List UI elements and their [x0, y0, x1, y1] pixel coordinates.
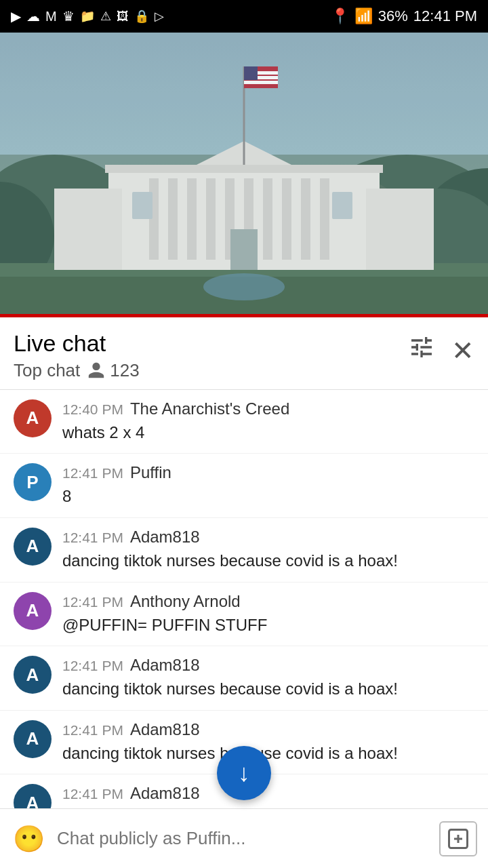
viewer-count-number: 123 [110, 360, 139, 381]
avatar: A [14, 720, 52, 758]
chat-username: Puffin [130, 463, 171, 482]
chat-time: 12:40 PM [62, 401, 123, 418]
livechat-subtitle: Top chat 123 [14, 360, 140, 381]
avatar: A [14, 528, 52, 566]
chat-item: A 12:41 PM Adam818 dancing tiktok nurses… [0, 518, 488, 583]
chat-username: Adam818 [130, 656, 200, 675]
mastodon-icon: M [45, 9, 57, 24]
avatar: A [14, 592, 52, 630]
youtube-icon: ▶ [11, 8, 21, 24]
viewer-count: 123 [87, 360, 139, 381]
chat-content: 12:41 PM Anthony Arnold @PUFFIN= PUFFIN … [62, 592, 474, 637]
header-actions: ✕ [408, 330, 474, 367]
chat-item: A 12:41 PM Anthony Arnold @PUFFIN= PUFFI… [0, 583, 488, 647]
chat-username: The Anarchist's Creed [130, 399, 289, 418]
time-display: 12:41 PM [413, 7, 477, 25]
video-player[interactable] [0, 33, 488, 317]
scroll-down-icon: ↓ [238, 759, 250, 787]
status-bar: ▶ ☁ M ♛ 📁 ⚠ 🖼 🔒 ▷ 📍 📶 36% 12:41 PM [0, 0, 488, 33]
chat-meta: 12:41 PM Adam818 [62, 720, 474, 739]
chat-meta: 12:41 PM Adam818 [62, 528, 474, 547]
status-icons-right: 📍 📶 36% 12:41 PM [331, 7, 477, 25]
image-icon: 🖼 [117, 9, 129, 24]
lock-icon: 🔒 [134, 9, 149, 24]
status-icons-left: ▶ ☁ M ♛ 📁 ⚠ 🖼 🔒 ▷ [11, 8, 164, 24]
filter-icon[interactable] [408, 334, 435, 367]
crown-icon: ♛ [62, 8, 75, 24]
person-icon [87, 361, 106, 380]
scroll-to-bottom-button[interactable]: ↓ [217, 746, 271, 800]
chat-text: dancing tiktok nurses because covid is a… [62, 549, 474, 572]
chat-text: 8 [62, 485, 474, 508]
avatar: A [14, 399, 52, 437]
chat-meta: 12:41 PM Adam818 [62, 656, 474, 675]
chat-time: 12:41 PM [62, 530, 123, 546]
chat-username: Adam818 [130, 528, 200, 547]
chat-meta: 12:40 PM The Anarchist's Creed [62, 399, 474, 418]
livechat-header: Live chat Top chat 123 ✕ [0, 317, 488, 390]
chat-text: dancing tiktok nurses because covid is a… [62, 677, 474, 701]
chat-input[interactable] [57, 828, 428, 849]
play-store-icon: ▷ [155, 9, 164, 24]
battery-text: 36% [378, 7, 408, 25]
chat-time: 12:41 PM [62, 594, 123, 610]
warning-icon: ⚠ [100, 9, 111, 24]
chat-meta: 12:41 PM Adam818 [62, 784, 474, 803]
video-scene [0, 33, 488, 317]
chat-username: Adam818 [130, 784, 200, 803]
cloud-icon: ☁ [26, 8, 40, 24]
chat-content: 12:41 PM Adam818 dancing tiktok nurses b… [62, 528, 474, 572]
chat-content: 12:40 PM The Anarchist's Creed whats 2 x… [62, 399, 474, 444]
avatar: P [14, 463, 52, 501]
chat-item: A 12:41 PM Adam818 dancing tiktok nurses… [0, 646, 488, 711]
chat-time: 12:41 PM [62, 465, 123, 481]
folder-icon: 📁 [80, 9, 95, 24]
chat-content: 12:41 PM Adam818 dancing tiktok nurses b… [62, 720, 474, 765]
chat-time: 12:41 PM [62, 786, 123, 802]
chat-input-bar: 😶 [0, 808, 488, 868]
chat-text: whats 2 x 4 [62, 421, 474, 444]
send-icon [446, 827, 470, 851]
chat-item: A 12:40 PM The Anarchist's Creed whats 2… [0, 390, 488, 454]
emoji-button[interactable]: 😶 [11, 821, 46, 856]
chat-username: Adam818 [130, 720, 200, 739]
svg-rect-37 [0, 314, 488, 317]
top-chat-label: Top chat [14, 360, 80, 381]
chat-meta: 12:41 PM Puffin [62, 463, 474, 482]
location-icon: 📍 [331, 7, 349, 25]
send-button[interactable] [439, 821, 477, 856]
chat-username: Anthony Arnold [130, 592, 241, 611]
svg-rect-36 [0, 33, 488, 317]
chat-content: 12:41 PM Puffin 8 [62, 463, 474, 508]
avatar: A [14, 656, 52, 694]
chat-item: P 12:41 PM Puffin 8 [0, 454, 488, 518]
chat-time: 12:41 PM [62, 658, 123, 674]
chat-meta: 12:41 PM Anthony Arnold [62, 592, 474, 611]
chat-content: 12:41 PM Adam818 dancing tiktok nurses b… [62, 656, 474, 701]
livechat-title-area: Live chat Top chat 123 [14, 330, 140, 381]
close-icon[interactable]: ✕ [451, 335, 474, 366]
chat-text: @PUFFIN= PUFFIN STUFF [62, 614, 474, 637]
chat-time: 12:41 PM [62, 722, 123, 738]
wifi-icon: 📶 [354, 7, 373, 25]
livechat-title: Live chat [14, 330, 140, 357]
